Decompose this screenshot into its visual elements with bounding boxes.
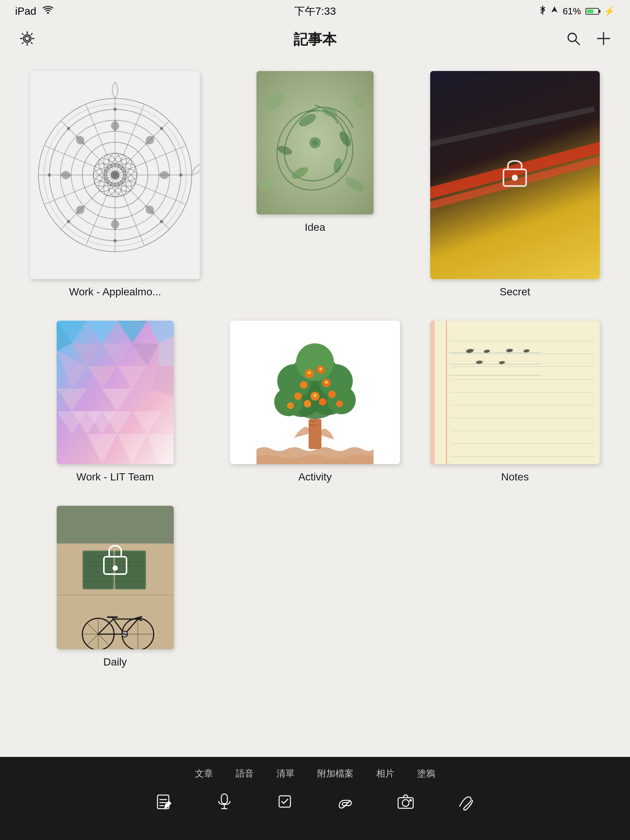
wifi-icon <box>42 5 54 17</box>
svg-point-36 <box>47 174 51 177</box>
svg-point-95 <box>304 400 311 407</box>
svg-point-153 <box>402 800 409 806</box>
search-button[interactable] <box>566 31 581 47</box>
svg-point-101 <box>325 381 328 384</box>
notebooks-grid-container: Work - Applealmо... <box>0 56 630 757</box>
settings-button[interactable] <box>19 30 35 48</box>
toolbar-label-scribble: 塗鴉 <box>417 767 435 780</box>
svg-point-35 <box>67 220 70 223</box>
svg-rect-151 <box>279 796 291 807</box>
notebook-work-apple[interactable]: Work - Applealmо... <box>30 71 200 298</box>
svg-point-33 <box>160 220 164 223</box>
lock-icon-secret <box>500 155 530 196</box>
status-left: iPad <box>15 5 54 17</box>
svg-point-99 <box>308 371 311 374</box>
charging-icon: ⚡ <box>603 6 615 17</box>
notebook-idea[interactable]: Idea <box>230 71 399 298</box>
bluetooth-icon <box>539 5 546 18</box>
notebook-label-secret: Secret <box>500 286 530 298</box>
bottom-toolbar: 文章 語音 清單 附加檔案 相片 塗鴉 <box>0 757 630 840</box>
signal-arrow <box>551 6 558 17</box>
notebook-cover-idea <box>256 71 374 215</box>
page-title: 記事本 <box>294 30 336 49</box>
svg-point-34 <box>113 239 117 243</box>
svg-rect-148 <box>221 794 227 804</box>
checklist-button[interactable] <box>273 790 296 813</box>
notebook-cover-tree <box>230 321 399 464</box>
notebooks-grid: Work - Applealmо... <box>30 71 600 668</box>
notebook-cover-notes <box>430 321 600 464</box>
toolbar-label-attachment: 附加檔案 <box>317 767 354 780</box>
toolbar-label-photo: 相片 <box>376 767 394 780</box>
svg-point-90 <box>300 381 308 388</box>
svg-point-154 <box>410 800 411 801</box>
notebook-label-work-apple: Work - Applealmо... <box>69 286 161 298</box>
microphone-button[interactable] <box>213 790 236 813</box>
add-button[interactable] <box>596 31 611 47</box>
notebook-cover-daily <box>57 506 174 649</box>
svg-point-30 <box>113 107 117 111</box>
svg-point-93 <box>328 390 336 398</box>
svg-point-98 <box>336 400 343 407</box>
svg-point-85 <box>296 343 334 381</box>
svg-point-92 <box>294 392 302 400</box>
camera-button[interactable] <box>394 790 417 813</box>
svg-point-37 <box>67 127 70 130</box>
nav-actions <box>566 31 611 47</box>
svg-point-143 <box>112 565 118 571</box>
nav-bar: 記事本 <box>0 23 630 56</box>
notebook-daily[interactable]: Daily <box>30 506 200 668</box>
notebook-label-activity: Activity <box>298 471 332 483</box>
svg-point-100 <box>319 368 322 371</box>
toolbar-label-list: 清單 <box>276 767 295 780</box>
toolbar-label-voice: 語音 <box>236 767 254 780</box>
notebook-label-work-lit: Work - LIT Team <box>76 471 154 483</box>
battery-percent: 61% <box>563 6 581 17</box>
status-bar: iPad 下午7:33 61% ⚡ <box>0 0 630 23</box>
svg-point-52 <box>513 175 517 180</box>
notebook-notes[interactable]: Notes <box>430 321 600 483</box>
attachment-button[interactable] <box>334 790 357 813</box>
svg-point-96 <box>319 398 326 406</box>
svg-point-32 <box>179 174 182 177</box>
svg-point-102 <box>314 394 316 397</box>
svg-point-31 <box>160 127 164 130</box>
svg-point-1 <box>25 36 30 41</box>
device-label: iPad <box>15 5 36 17</box>
toolbar-label-article: 文章 <box>195 767 213 780</box>
status-time: 下午7:33 <box>294 4 336 19</box>
svg-rect-130 <box>57 595 174 595</box>
status-right: 61% ⚡ <box>539 5 615 18</box>
svg-point-86 <box>274 387 303 416</box>
notebook-label-idea: Idea <box>305 221 325 234</box>
toolbar-labels: 文章 語音 清單 附加檔案 相片 塗鴉 <box>0 757 630 783</box>
svg-point-87 <box>327 385 356 414</box>
toolbar-icons <box>0 783 630 819</box>
svg-point-97 <box>287 402 294 409</box>
svg-point-110 <box>475 360 483 365</box>
notebook-cover-mandala <box>30 71 200 279</box>
notebook-work-lit[interactable]: Work - LIT Team <box>30 321 200 483</box>
notebook-activity[interactable]: Activity <box>230 321 399 483</box>
notebook-cover-secret <box>430 71 600 279</box>
svg-point-46 <box>312 140 318 146</box>
notebook-label-daily: Daily <box>104 656 127 668</box>
svg-point-0 <box>47 12 49 14</box>
svg-line-133 <box>112 617 113 619</box>
notebook-secret[interactable]: Secret <box>430 71 600 298</box>
svg-point-109 <box>523 349 529 353</box>
notebook-label-notes: Notes <box>501 471 529 483</box>
notebook-cover-polygon <box>57 321 174 464</box>
battery-icon <box>586 8 599 15</box>
svg-point-108 <box>506 349 513 353</box>
write-button[interactable] <box>153 790 175 813</box>
scribble-button[interactable] <box>455 790 477 813</box>
